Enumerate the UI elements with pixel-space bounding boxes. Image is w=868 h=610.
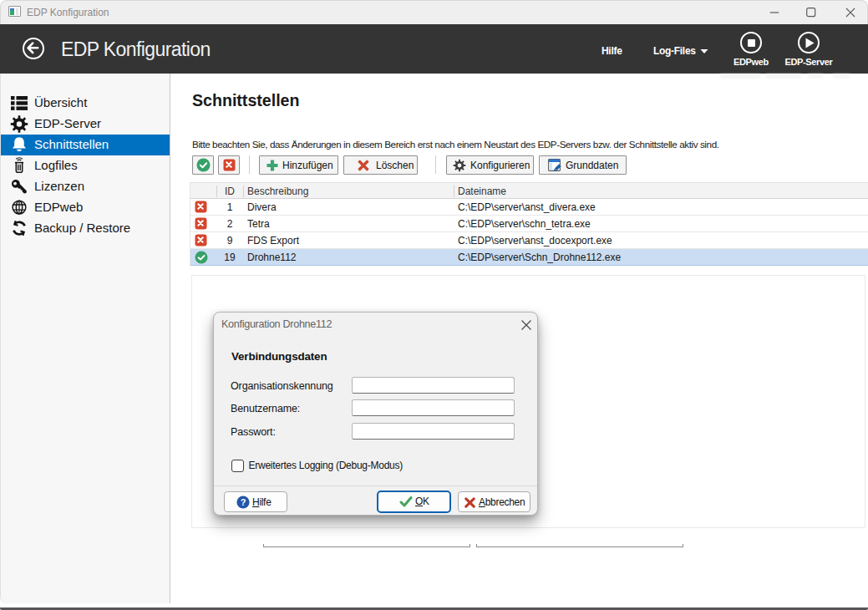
svg-text:?: ? (241, 497, 246, 507)
